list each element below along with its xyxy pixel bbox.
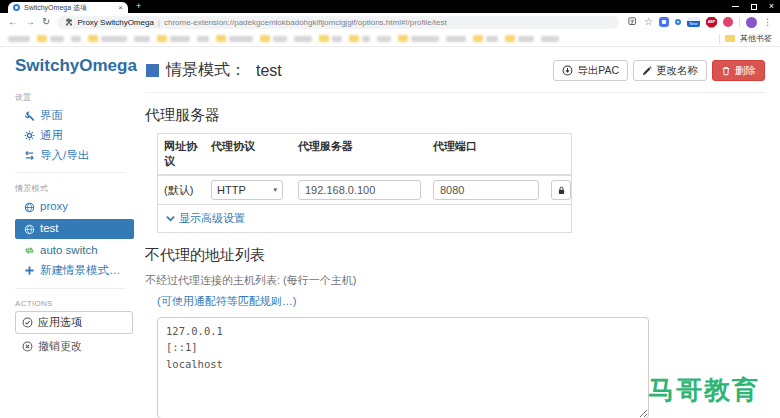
export-pac-label: 导出PAC — [577, 65, 619, 76]
extension-icon-blue[interactable] — [659, 17, 669, 27]
bookmark-item[interactable] — [349, 35, 370, 42]
gear-icon — [24, 130, 35, 141]
new-tab-button[interactable]: + — [136, 1, 141, 12]
download-icon — [562, 65, 573, 76]
protocol-select[interactable]: HTTP ▾ — [211, 180, 283, 200]
switchyomega-options-page: SwitchyOmega 设置 界面 通用 导入/导出 情景模式 proxy t… — [0, 47, 780, 418]
bookmark-item[interactable] — [377, 36, 391, 42]
bookmark-item[interactable] — [505, 35, 534, 42]
import-export-icon — [24, 150, 35, 161]
new-badge: New — [687, 21, 700, 27]
profile-avatar[interactable] — [746, 17, 757, 28]
rename-button[interactable]: 更改名称 — [633, 60, 707, 81]
forward-icon[interactable]: → — [25, 17, 35, 27]
bookmark-item[interactable] — [8, 36, 30, 42]
bookmark-label-blurred — [294, 36, 312, 42]
bookmark-item[interactable] — [473, 35, 498, 42]
sidebar-item-import-export[interactable]: 导入/导出 — [15, 146, 136, 166]
port-input[interactable] — [433, 180, 539, 200]
browser-tab[interactable]: SwitchyOmega 选项 × — [8, 2, 128, 13]
switchyomega-favicon-icon — [13, 4, 20, 11]
lock-icon — [557, 186, 566, 195]
x-circle-icon — [22, 341, 33, 352]
sidebar-divider — [15, 288, 126, 289]
bookmark-item[interactable] — [71, 36, 81, 42]
bookmark-item[interactable] — [294, 36, 312, 42]
sidebar-item-new-profile[interactable]: 新建情景模式… — [15, 261, 136, 281]
bypass-list-textarea[interactable]: 127.0.0.1 [::1] localhost — [157, 317, 649, 418]
bookmark-item[interactable] — [319, 35, 342, 42]
reload-icon[interactable]: ↻ — [42, 17, 50, 27]
bookmark-item[interactable] — [88, 35, 127, 42]
sidebar-divider — [15, 172, 126, 173]
adblock-plus-icon[interactable]: ABP — [706, 17, 717, 28]
auth-lock-button[interactable] — [551, 180, 571, 200]
app-logo: SwitchyOmega — [15, 56, 136, 76]
extension-icon-red[interactable] — [723, 17, 733, 27]
bookmark-label-blurred — [170, 36, 190, 42]
sidebar-item-profile-auto-switch[interactable]: auto switch — [15, 241, 136, 261]
bookmark-item[interactable] — [446, 36, 466, 42]
sidebar: SwitchyOmega 设置 界面 通用 导入/导出 情景模式 proxy t… — [0, 47, 140, 418]
revert-changes-button[interactable]: 撤销更改 — [15, 334, 136, 357]
toolbar-icons: ☆ New ABP ⋮ — [628, 17, 772, 28]
bookmark-label-blurred — [71, 36, 81, 42]
extension-icon-new[interactable]: New — [687, 17, 700, 27]
apply-options-button[interactable]: 应用选项 — [15, 311, 133, 334]
server-input[interactable] — [298, 180, 421, 200]
window-close-icon[interactable]: × — [769, 2, 774, 11]
sidebar-item-label: 导入/导出 — [40, 149, 89, 163]
bookmark-item[interactable] — [134, 36, 150, 42]
address-bar[interactable]: Proxy SwitchyOmega | chrome-extension://… — [57, 16, 619, 29]
export-pac-button[interactable]: 导出PAC — [553, 60, 628, 81]
bookmark-item[interactable] — [260, 35, 287, 42]
bookmark-item[interactable] — [37, 35, 64, 42]
settings-section-label: 设置 — [15, 92, 136, 103]
bookmark-label-blurred — [50, 36, 64, 42]
show-advanced-link[interactable]: 显示高级设置 — [158, 204, 571, 232]
folder-icon — [473, 35, 483, 42]
sidebar-item-general[interactable]: 通用 — [15, 126, 136, 146]
bookmark-star-icon[interactable]: ☆ — [644, 17, 653, 27]
bookmark-item[interactable] — [197, 36, 209, 42]
sidebar-item-label: proxy — [40, 200, 68, 214]
browser-menu-icon[interactable]: ⋮ — [763, 18, 772, 27]
sidebar-item-profile-test[interactable]: test — [15, 219, 134, 239]
protocol-value: HTTP — [217, 184, 246, 196]
sidebar-item-profile-proxy[interactable]: proxy — [15, 197, 136, 217]
profile-color-square — [146, 64, 159, 77]
trash-icon — [721, 66, 731, 76]
minimize-icon[interactable] — [732, 6, 739, 7]
translate-icon[interactable] — [628, 17, 638, 27]
bookmark-label-blurred — [518, 36, 534, 42]
page-title: 情景模式： — [166, 60, 246, 81]
switchyomega-toolbar-icon[interactable] — [675, 19, 681, 25]
delete-button[interactable]: 删除 — [712, 60, 765, 81]
bookmark-item[interactable] — [541, 36, 559, 42]
profiles-section-label: 情景模式 — [15, 183, 136, 194]
folder-icon — [398, 35, 408, 42]
tab-close-icon[interactable]: × — [118, 4, 123, 12]
sidebar-item-interface[interactable]: 界面 — [15, 106, 136, 126]
sidebar-item-label: 通用 — [40, 129, 63, 143]
bypass-description: 不经过代理连接的主机列表: (每行一个主机) — [145, 273, 765, 288]
bookmarks-separator — [719, 34, 720, 44]
delete-label: 删除 — [735, 65, 756, 76]
maximize-icon[interactable] — [751, 4, 757, 10]
actions-section-label: ACTIONS — [15, 299, 136, 308]
extension-puzzle-icon — [65, 18, 73, 26]
folder-icon — [88, 35, 98, 42]
wildcard-hint-link[interactable]: (可使用通配符等匹配规则…) — [157, 294, 765, 309]
bookmark-item[interactable] — [157, 35, 190, 42]
column-header-scheme: 网址协议 — [158, 134, 205, 176]
column-header-auth — [545, 134, 571, 176]
bookmark-item[interactable] — [216, 35, 253, 42]
caret-down-icon: ▾ — [273, 186, 277, 194]
back-icon[interactable]: ← — [8, 17, 18, 27]
sidebar-item-label: auto switch — [40, 244, 98, 258]
bookmark-item[interactable] — [398, 35, 439, 42]
wrench-icon — [24, 110, 35, 121]
other-bookmarks[interactable]: 其他书签 — [719, 33, 772, 44]
repeat-icon — [24, 245, 35, 256]
watermark: 马哥教育 — [648, 373, 760, 408]
